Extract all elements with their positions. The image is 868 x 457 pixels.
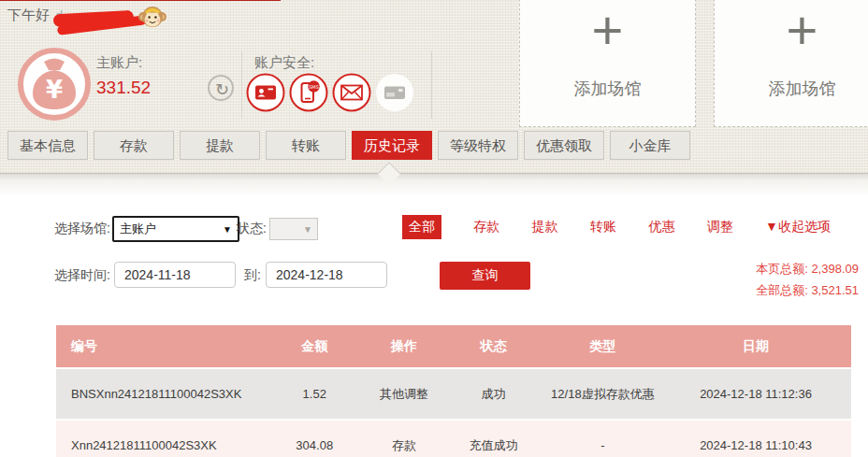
refresh-icon[interactable]: ↻ bbox=[208, 75, 234, 101]
cell-status: 充值成功 bbox=[441, 421, 545, 457]
page-total: 本页总额: 2,398.09 bbox=[756, 258, 859, 279]
venue-select-label: 选择场馆: bbox=[54, 221, 110, 237]
col-header-operation: 操作 bbox=[367, 325, 442, 367]
plus-icon: + bbox=[787, 7, 818, 53]
chevron-down-icon: ▼ bbox=[223, 224, 232, 235]
account-security-label: 账户安全: bbox=[254, 54, 314, 72]
filter-promo[interactable]: 优惠 bbox=[648, 219, 674, 236]
tab-vip-privilege[interactable]: 等级特权 bbox=[438, 131, 518, 160]
account-balance: 331.52 bbox=[96, 78, 151, 98]
cell-type: - bbox=[545, 421, 660, 457]
greeting-text: 下午好 bbox=[7, 7, 50, 24]
table-row: BNSXnn24121811100042S3XK 1.52 其他调整 成功 12… bbox=[56, 367, 851, 419]
all-total: 全部总额: 3,521.51 bbox=[756, 279, 859, 301]
cell-date: 2024-12-18 11:10:43 bbox=[660, 421, 851, 457]
account-history-page: 下午好 d ¥ 主账户: 331.52 ↻ 账户安全: bbox=[0, 0, 868, 457]
cell-amount: 304.08 bbox=[263, 421, 367, 457]
table-header-row: 编号 金额 操作 状态 类型 日期 bbox=[56, 325, 851, 367]
tab-vault[interactable]: 小金库 bbox=[610, 131, 690, 160]
svg-text:SMS: SMS bbox=[309, 84, 319, 90]
col-header-type: 类型 bbox=[545, 325, 660, 367]
add-venue-panel[interactable]: + 添加场馆 bbox=[519, 0, 696, 127]
query-button[interactable]: 查询 bbox=[440, 262, 530, 290]
security-icons-row: SMS bbox=[246, 73, 414, 112]
bank-card-icon[interactable] bbox=[375, 73, 414, 112]
tab-withdraw[interactable]: 提款 bbox=[180, 131, 260, 160]
triangle-down-icon: ▼ bbox=[765, 219, 778, 234]
id-card-icon[interactable] bbox=[246, 73, 285, 112]
totals-summary: 本页总额: 2,398.09 全部总额: 3,521.51 bbox=[756, 258, 859, 301]
main-account-label: 主账户: bbox=[96, 54, 142, 72]
account-tabs: 基本信息 存款 提款 转账 历史记录 等级特权 优惠领取 小金库 bbox=[7, 131, 696, 160]
top-red-line bbox=[0, 0, 281, 1]
cell-type: 12/18虚拟存款优惠 bbox=[545, 369, 660, 419]
redaction-scribble bbox=[51, 10, 150, 33]
date-to-input[interactable] bbox=[266, 262, 387, 288]
to-label: 到: bbox=[244, 267, 261, 284]
svg-text:¥: ¥ bbox=[46, 76, 63, 104]
filter-transfer[interactable]: 转账 bbox=[590, 219, 616, 236]
add-venue-panel[interactable]: + 添加场馆 bbox=[714, 0, 868, 127]
tab-promo-claim[interactable]: 优惠领取 bbox=[524, 131, 604, 160]
cell-id: BNSXnn24121811100042S3XK bbox=[56, 369, 263, 419]
col-header-amount: 金额 bbox=[263, 325, 367, 367]
collapse-options-toggle[interactable]: ▼收起选项 bbox=[765, 219, 831, 236]
history-table: 编号 金额 操作 状态 类型 日期 BNSXnn24121811100042S3… bbox=[56, 325, 851, 457]
quick-filters: 全部 存款 提款 转账 优惠 调整 ▼收起选项 bbox=[402, 215, 831, 239]
collapse-options-label: 收起选项 bbox=[778, 219, 831, 234]
add-venue-label: 添加场馆 bbox=[574, 78, 642, 100]
plus-icon: + bbox=[592, 7, 624, 53]
venue-select-value: 主账户 bbox=[120, 221, 156, 237]
filter-all[interactable]: 全部 bbox=[402, 215, 441, 239]
tab-basic-info[interactable]: 基本信息 bbox=[7, 131, 88, 160]
divider bbox=[431, 51, 432, 119]
tab-transfer[interactable]: 转账 bbox=[266, 131, 346, 160]
cell-operation: 其他调整 bbox=[367, 369, 442, 419]
cell-amount: 1.52 bbox=[263, 369, 367, 419]
cell-date: 2024-12-18 11:12:36 bbox=[660, 369, 851, 419]
table-row: Xnn24121811100042S3XK 304.08 存款 充值成功 - 2… bbox=[56, 419, 851, 457]
filter-adjust[interactable]: 调整 bbox=[707, 219, 733, 236]
cell-operation: 存款 bbox=[367, 421, 442, 457]
filter-deposit[interactable]: 存款 bbox=[473, 219, 499, 236]
mail-icon[interactable] bbox=[332, 73, 371, 112]
add-venue-label: 添加场馆 bbox=[769, 78, 836, 100]
venue-select[interactable]: 主账户 ▼ bbox=[112, 216, 239, 242]
col-header-id: 编号 bbox=[56, 325, 263, 367]
col-header-status: 状态 bbox=[441, 325, 545, 367]
date-from-input[interactable] bbox=[114, 262, 236, 288]
sms-phone-icon[interactable]: SMS bbox=[289, 73, 328, 112]
col-header-date: 日期 bbox=[660, 325, 851, 367]
chevron-down-icon: ▼ bbox=[303, 224, 312, 235]
filter-withdraw[interactable]: 提款 bbox=[532, 219, 558, 236]
tab-deposit[interactable]: 存款 bbox=[94, 131, 174, 160]
status-select-label: 状态: bbox=[237, 221, 267, 237]
monkey-emoji-icon bbox=[137, 2, 167, 32]
tab-history[interactable]: 历史记录 bbox=[352, 131, 432, 160]
time-select-label: 选择时间: bbox=[54, 267, 110, 284]
money-bag-icon: ¥ bbox=[17, 47, 92, 121]
cell-status: 成功 bbox=[441, 369, 545, 419]
cell-id: Xnn24121811100042S3XK bbox=[56, 421, 263, 457]
status-select[interactable]: ▼ bbox=[269, 218, 318, 240]
divider bbox=[241, 51, 242, 119]
